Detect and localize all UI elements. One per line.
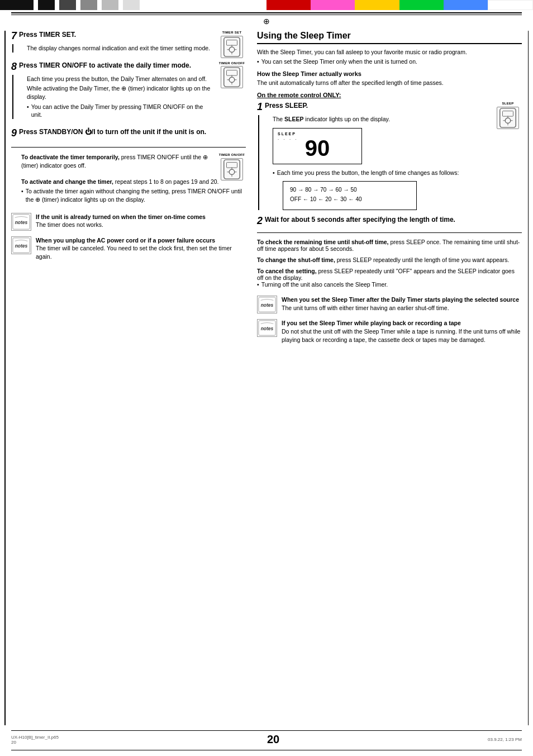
bar-green	[399, 0, 444, 10]
note-1-block: notes If the unit is already turned on w…	[11, 213, 246, 231]
right-step-1-content: The SLEEP indicator lights up on the dis…	[258, 115, 488, 210]
divider-1	[11, 147, 246, 148]
right-step-2-number: 2	[257, 216, 263, 226]
bar-blue	[444, 0, 488, 10]
note-1-text: If the unit is already turned on when th…	[36, 213, 246, 229]
right-step-1-title: Press SLEEP.	[265, 102, 308, 111]
center-compass: ⊕	[263, 17, 270, 26]
arrow-r4: →	[344, 186, 349, 194]
intro-2: You can set the Sleep Timer only when th…	[261, 58, 417, 65]
footer-timestamp: 03.9.22, 1:23 PM	[488, 737, 522, 742]
note-1-heading: If the unit is already turned on when th…	[36, 213, 206, 220]
arrow-40: 40	[355, 196, 361, 203]
display-number: 90	[305, 137, 330, 159]
note-2-svg: notes	[12, 236, 31, 254]
arrow-r2: →	[313, 186, 318, 194]
step-8-remote-btn	[221, 66, 243, 88]
arrow-row-2: OFF ← 10 ← 20 ← 30 ← 40	[290, 196, 410, 203]
top-color-bar	[0, 0, 533, 10]
step-7-content: The display changes normal indication an…	[12, 44, 212, 53]
step-7-number: 7	[11, 31, 17, 41]
display-dots: · · · ·	[278, 136, 298, 142]
page-footer: UX-H10[B]_timer_II.p65 20 20 03.9.22, 1:…	[11, 730, 522, 746]
arrow-r1: →	[298, 186, 303, 194]
footer-right: 03.9.22, 1:23 PM	[488, 737, 522, 742]
change-shutoff-block: To change the shut-off time, press SLEEP…	[257, 256, 522, 263]
note-4-icon: notes	[257, 319, 277, 337]
bar-black-1	[0, 0, 34, 10]
bar-gap-3	[76, 0, 80, 10]
arrow-l2: ←	[318, 196, 323, 203]
subsection-1-body: The unit automatically turns off after t…	[257, 79, 522, 86]
note-4-body: Do not shut the unit off with the Sleep …	[282, 327, 522, 344]
footer-page-center: 20	[11, 740, 59, 745]
deactivate-remote-svg	[221, 159, 242, 180]
activate-bullet: To activate the timer again without chan…	[21, 187, 246, 203]
step-8-icon-label: TIMER ON/OFF	[219, 61, 245, 65]
footer-left: UX-H10[B]_timer_II.p65 20	[11, 735, 59, 745]
arrow-50: 50	[351, 186, 357, 194]
left-border	[4, 31, 6, 725]
right-step-1-body: The SLEEP indicator lights up on the dis…	[273, 115, 488, 210]
arrow-l3: ←	[333, 196, 339, 203]
deactivate-icon: TIMER ON/OFF	[218, 153, 246, 180]
step-8-number: 8	[11, 61, 17, 72]
step-8-bullet1: You can active the Daily Timer by pressi…	[27, 103, 212, 119]
arrow-diagram: 90 → 80 → 70 → 60 → 50 OFF ←	[283, 181, 417, 210]
svg-text:notes: notes	[261, 302, 274, 308]
change-shutoff-bold: To change the shut-off time,	[257, 256, 335, 263]
note-3-icon: notes	[257, 296, 277, 313]
cancel-setting-bullet: Turning off the unit also cancels the Sl…	[257, 281, 522, 288]
intro-2-bullet: You can set the Sleep Timer only when th…	[257, 58, 522, 65]
right-step-1-block: 1 Press SLEEP. The SLEEP indicator light…	[257, 102, 522, 210]
deactivate-bold: To deactivate the timer temporarily,	[21, 154, 120, 160]
step-8-title: Press TIMER ON/OFF to activate the daily…	[19, 61, 191, 70]
sleep-remote-btn	[497, 107, 519, 129]
svg-rect-8	[227, 70, 237, 75]
step-7-remote-btn	[221, 36, 243, 58]
note-3-text: When you set the Sleep Timer after the D…	[282, 296, 522, 312]
cancel-setting-bullet-text: Turning off the unit also cancels the Sl…	[261, 281, 388, 288]
svg-text:notes: notes	[15, 219, 28, 225]
top-bar-left	[0, 0, 266, 10]
change-shutoff-text: To change the shut-off time, press SLEEP…	[257, 256, 522, 263]
note-2-text: When you unplug the AC power cord or if …	[36, 236, 246, 261]
svg-rect-1	[227, 40, 237, 45]
svg-rect-26	[503, 111, 513, 116]
step-8-block: 8 Press TIMER ON/OFF to activate the dai…	[11, 61, 246, 119]
bar-gray-3	[102, 0, 118, 10]
bar-red	[266, 0, 311, 10]
arrow-20: 20	[325, 196, 331, 203]
sleep-icon-label: SLEEP	[502, 102, 513, 106]
note-1-body: The timer does not works.	[36, 221, 246, 229]
arrow-off: OFF	[290, 196, 301, 203]
subsection-1-title: How the Sleep Timer actually works	[257, 70, 522, 77]
svg-text:notes: notes	[15, 243, 28, 248]
note-3-svg: notes	[258, 296, 277, 313]
note-2-heading: When you unplug the AC power cord or if …	[36, 237, 215, 244]
deactivate-content: To deactivate the timer temporarily, pre…	[21, 153, 215, 169]
activate-text: To activate and change the timer, repeat…	[21, 178, 246, 186]
footer-filename: UX-H10[B]_timer_II.p65	[11, 735, 59, 740]
note-4-svg: notes	[258, 319, 277, 337]
bottom-border	[11, 750, 522, 750]
note-3-heading: When you set the Sleep Timer after the D…	[282, 296, 519, 303]
bar-gap-4	[97, 0, 102, 10]
deactivate-block: To deactivate the timer temporarily, pre…	[11, 153, 246, 169]
step-7-block: 7 Press TIMER SET. The display changes n…	[11, 31, 246, 53]
step-7-remote-svg	[221, 36, 242, 58]
top-bar-right	[266, 0, 533, 10]
cancel-setting-bold: To cancel the setting,	[257, 268, 317, 274]
note-2-icon: notes	[11, 236, 31, 254]
bar-white	[488, 0, 533, 10]
arrow-l1: ←	[303, 196, 308, 203]
note-2-block: notes When you unplug the AC power cord …	[11, 236, 246, 261]
cancel-setting-text: To cancel the setting, press SLEEP repea…	[257, 268, 522, 281]
arrow-10: 10	[310, 196, 316, 203]
step-8-heading: 8 Press TIMER ON/OFF to activate the dai…	[11, 61, 212, 72]
left-column: 7 Press TIMER SET. The display changes n…	[11, 31, 246, 722]
note-4-text: If you set the Sleep Timer while playing…	[282, 319, 522, 344]
svg-point-16	[229, 169, 235, 175]
deactivate-text: To deactivate the timer temporarily, pre…	[21, 153, 215, 169]
bar-black-2	[38, 0, 55, 10]
